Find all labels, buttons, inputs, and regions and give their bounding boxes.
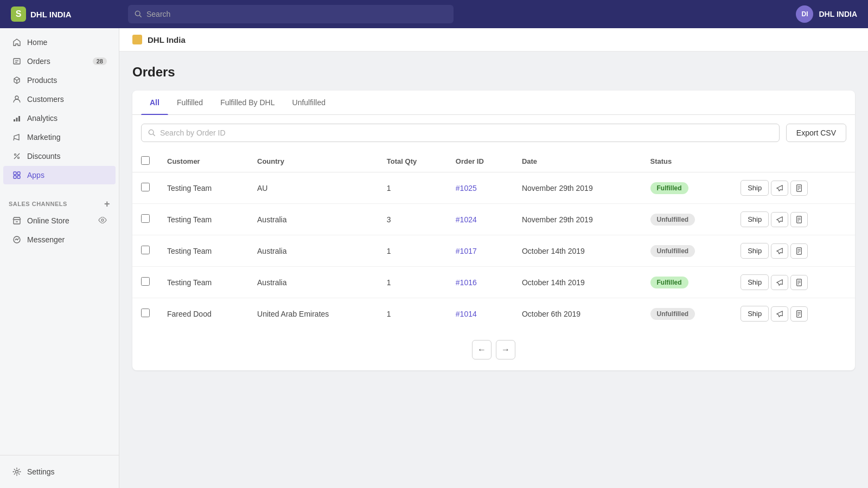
svg-line-6	[14, 79, 17, 80]
doc-icon-button-1025[interactable]	[790, 181, 808, 196]
row-order-id[interactable]: #1016	[447, 267, 513, 298]
sidebar-item-orders-label: Orders	[27, 57, 50, 66]
row-checkbox-1025[interactable]	[141, 183, 150, 191]
ship-button-1017[interactable]: Ship	[741, 243, 769, 259]
sidebar-item-analytics[interactable]: Analytics	[3, 109, 116, 127]
sidebar-item-apps[interactable]: Apps	[3, 166, 116, 184]
sidebar-item-online-store[interactable]: Online Store	[3, 211, 116, 230]
tab-unfulfilled[interactable]: Unfulfilled	[284, 91, 334, 114]
row-customer: Testing Team	[158, 204, 248, 235]
plane-icon-button-1025[interactable]	[771, 181, 788, 196]
svg-line-14	[14, 153, 20, 159]
row-date: October 14th 2019	[513, 235, 642, 267]
ship-button-1025[interactable]: Ship	[741, 180, 769, 196]
plane-icon-button-1016[interactable]	[771, 275, 788, 290]
doc-icon-button-1014[interactable]	[790, 306, 808, 322]
products-icon	[12, 75, 22, 85]
svg-rect-17	[14, 176, 16, 178]
user-name: DHL INDIA	[819, 10, 857, 18]
top-navigation: S DHL INDIA DI DHL INDIA	[0, 0, 868, 28]
ship-button-1016[interactable]: Ship	[741, 274, 769, 290]
order-search-input[interactable]	[160, 129, 773, 137]
doc-icon-button-1024[interactable]	[790, 212, 808, 227]
global-search-box[interactable]	[128, 5, 454, 23]
col-actions	[732, 151, 855, 172]
order-id-link-1016[interactable]: #1016	[456, 278, 477, 287]
col-status: Status	[642, 151, 732, 172]
row-checkbox-cell	[132, 235, 158, 267]
add-sales-channel-button[interactable]: +	[104, 199, 110, 209]
sidebar-item-marketing[interactable]: Marketing	[3, 128, 116, 146]
order-id-link-1024[interactable]: #1024	[456, 215, 477, 224]
sidebar-item-orders[interactable]: Orders 28	[3, 52, 116, 70]
svg-point-23	[16, 471, 18, 473]
row-country: AU	[248, 172, 378, 204]
global-search-input[interactable]	[146, 10, 447, 18]
doc-icon-button-1016[interactable]	[790, 275, 808, 290]
export-csv-button[interactable]: Export CSV	[786, 124, 846, 142]
order-id-link-1017[interactable]: #1017	[456, 247, 477, 255]
ship-button-1014[interactable]: Ship	[741, 306, 769, 322]
user-menu[interactable]: DI DHL INDIA	[796, 5, 857, 23]
home-icon	[12, 37, 22, 47]
action-group-1014: Ship	[741, 306, 846, 322]
row-checkbox-1014[interactable]	[141, 309, 150, 317]
tab-fulfilled-by-dhl[interactable]: Fulfilled By DHL	[212, 91, 283, 114]
row-checkbox-cell	[132, 172, 158, 204]
row-status: Fulfilled	[642, 172, 732, 204]
row-checkbox-1024[interactable]	[141, 214, 150, 223]
row-order-id[interactable]: #1025	[447, 172, 513, 204]
action-group-1024: Ship	[741, 211, 846, 227]
action-group-1016: Ship	[741, 274, 846, 290]
sidebar-footer: Settings	[0, 455, 119, 488]
order-id-link-1025[interactable]: #1025	[456, 184, 477, 192]
sidebar-item-products[interactable]: Products	[3, 71, 116, 89]
brand-logo[interactable]: S DHL INDIA	[11, 7, 119, 22]
row-status: Fulfilled	[642, 267, 732, 298]
col-customer: Customer	[158, 151, 248, 172]
row-customer: Fareed Dood	[158, 298, 248, 330]
sidebar-item-messenger[interactable]: Messenger	[3, 230, 116, 249]
status-badge-1014: Unfulfilled	[650, 308, 695, 320]
prev-page-button[interactable]: ←	[472, 340, 492, 359]
sidebar-item-discounts[interactable]: Discounts	[3, 147, 116, 165]
plane-icon-button-1014[interactable]	[771, 306, 788, 322]
plane-icon-button-1024[interactable]	[771, 212, 788, 227]
svg-rect-11	[18, 116, 20, 121]
next-page-button[interactable]: →	[496, 340, 515, 359]
sidebar-item-settings[interactable]: Settings	[3, 463, 116, 481]
doc-icon-button-1017[interactable]	[790, 243, 808, 259]
svg-line-7	[17, 79, 20, 80]
row-order-id[interactable]: #1014	[447, 298, 513, 330]
order-search-box[interactable]	[141, 124, 780, 142]
row-order-id[interactable]: #1017	[447, 235, 513, 267]
orders-icon	[12, 56, 22, 66]
action-group-1025: Ship	[741, 180, 846, 196]
ship-button-1024[interactable]: Ship	[741, 211, 769, 227]
row-country: Australia	[248, 204, 378, 235]
row-checkbox-1017[interactable]	[141, 246, 150, 254]
store-icon	[12, 216, 22, 226]
sidebar: Home Orders 28 Products	[0, 28, 119, 488]
row-customer: Testing Team	[158, 235, 248, 267]
plane-icon-button-1017[interactable]	[771, 243, 788, 259]
store-dot-icon	[132, 35, 142, 44]
sidebar-item-products-label: Products	[27, 76, 57, 85]
marketing-icon	[12, 132, 22, 142]
messenger-icon	[12, 235, 22, 245]
row-actions: Ship	[732, 204, 855, 235]
sidebar-item-customers[interactable]: Customers	[3, 90, 116, 108]
store-header: DHL India	[119, 28, 868, 52]
svg-point-8	[15, 96, 18, 99]
row-order-id[interactable]: #1024	[447, 204, 513, 235]
select-all-checkbox[interactable]	[141, 156, 150, 165]
row-checkbox-1016[interactable]	[141, 277, 150, 286]
sidebar-item-home[interactable]: Home	[3, 33, 116, 52]
row-qty: 1	[378, 172, 447, 204]
order-id-link-1014[interactable]: #1014	[456, 310, 477, 318]
sidebar-item-apps-label: Apps	[27, 171, 44, 179]
tab-all[interactable]: All	[141, 91, 168, 114]
tab-fulfilled[interactable]: Fulfilled	[168, 91, 212, 114]
messenger-label: Messenger	[27, 235, 65, 244]
apps-icon	[12, 170, 22, 180]
